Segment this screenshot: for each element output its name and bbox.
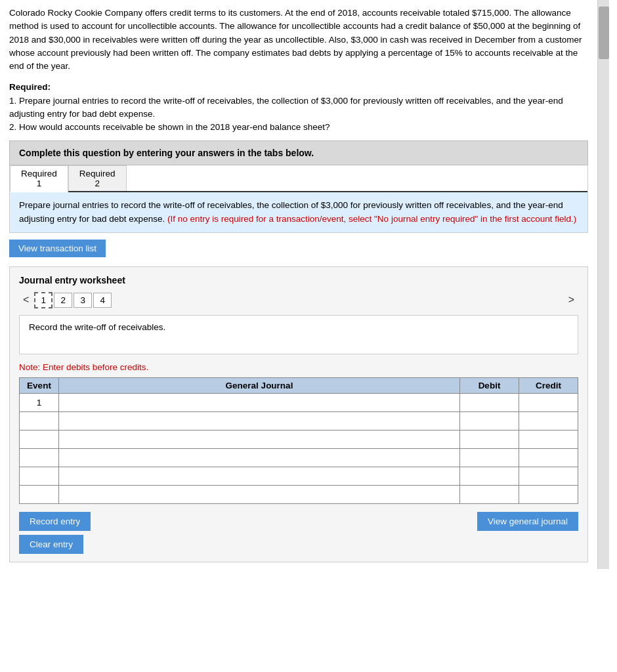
debit-input-5[interactable] bbox=[460, 486, 519, 503]
credit-input-1[interactable] bbox=[519, 412, 578, 430]
view-transaction-button[interactable]: View transaction list bbox=[9, 240, 106, 257]
scrollbar-thumb[interactable] bbox=[599, 7, 609, 59]
debit-input-2[interactable] bbox=[460, 430, 519, 448]
table-row bbox=[20, 448, 578, 467]
tab-2-label: Required bbox=[79, 169, 116, 178]
tabs-container: Required 1 Required 2 Prepare journal en… bbox=[9, 165, 588, 233]
journal-cell-3[interactable] bbox=[59, 448, 460, 467]
description-text: Record the write-off of receivables. bbox=[29, 322, 165, 332]
tab-required-1[interactable]: Required 1 bbox=[10, 165, 68, 192]
complete-box: Complete this question by entering your … bbox=[9, 140, 588, 165]
debit-input-1[interactable] bbox=[460, 412, 519, 430]
record-btn-row: Record entry bbox=[19, 512, 91, 531]
credit-cell-1[interactable] bbox=[519, 411, 578, 430]
required-item-1: 1. Prepare journal entries to record the… bbox=[9, 94, 588, 121]
debit-input-0[interactable] bbox=[460, 394, 519, 411]
journal-cell-2[interactable] bbox=[59, 430, 460, 448]
prev-arrow[interactable]: < bbox=[19, 293, 33, 307]
credit-input-3[interactable] bbox=[519, 449, 578, 467]
journal-cell-5[interactable] bbox=[59, 485, 460, 503]
journal-input-3[interactable] bbox=[59, 449, 459, 467]
description-box: Record the write-off of receivables. bbox=[19, 315, 578, 354]
event-cell-5 bbox=[20, 485, 59, 503]
credit-cell-0[interactable] bbox=[519, 393, 578, 411]
view-general-journal-button[interactable]: View general journal bbox=[477, 512, 578, 531]
scrollbar[interactable] bbox=[597, 0, 609, 569]
record-entry-button[interactable]: Record entry bbox=[19, 512, 91, 531]
debit-cell-5[interactable] bbox=[460, 485, 519, 503]
debit-input-3[interactable] bbox=[460, 449, 519, 467]
table-row bbox=[20, 411, 578, 430]
debit-cell-1[interactable] bbox=[460, 411, 519, 430]
credit-input-5[interactable] bbox=[519, 486, 578, 503]
complete-box-label: Complete this question by entering your … bbox=[19, 148, 314, 158]
step-btn-4[interactable]: 4 bbox=[93, 293, 112, 308]
journal-input-2[interactable] bbox=[59, 430, 459, 448]
tab-1-sublabel: 1 bbox=[21, 178, 57, 188]
nav-row: < 1 2 3 4 > bbox=[19, 292, 578, 308]
note-text: Note: Enter debits before credits. bbox=[19, 362, 578, 372]
debit-cell-0[interactable] bbox=[460, 393, 519, 411]
journal-cell-1[interactable] bbox=[59, 411, 460, 430]
tab-2-sublabel: 2 bbox=[79, 178, 116, 188]
left-buttons: Record entry Clear entry bbox=[19, 512, 91, 554]
tab-content: Prepare journal entries to record the wr… bbox=[10, 192, 587, 232]
problem-text: Colorado Rocky Cookie Company offers cre… bbox=[9, 7, 588, 73]
event-cell-4 bbox=[20, 467, 59, 485]
col-credit: Credit bbox=[519, 377, 578, 393]
event-cell-1 bbox=[20, 411, 59, 430]
table-row: 1 bbox=[20, 393, 578, 411]
table-row bbox=[20, 430, 578, 448]
journal-input-1[interactable] bbox=[59, 412, 459, 430]
step-btn-2[interactable]: 2 bbox=[54, 293, 72, 308]
next-arrow[interactable]: > bbox=[564, 293, 578, 307]
right-buttons: View general journal bbox=[477, 512, 578, 531]
credit-cell-4[interactable] bbox=[519, 467, 578, 485]
event-cell-3 bbox=[20, 448, 59, 467]
journal-cell-0[interactable] bbox=[59, 393, 460, 411]
table-row bbox=[20, 467, 578, 485]
col-general-journal: General Journal bbox=[59, 377, 460, 393]
credit-cell-2[interactable] bbox=[519, 430, 578, 448]
table-row bbox=[20, 485, 578, 503]
col-event: Event bbox=[20, 377, 59, 393]
tab-required-2[interactable]: Required 2 bbox=[68, 165, 127, 191]
debit-cell-2[interactable] bbox=[460, 430, 519, 448]
credit-cell-3[interactable] bbox=[519, 448, 578, 467]
journal-cell-4[interactable] bbox=[59, 467, 460, 485]
worksheet-title: Journal entry worksheet bbox=[19, 275, 578, 285]
journal-input-0[interactable] bbox=[59, 394, 459, 411]
required-section: Required: 1. Prepare journal entries to … bbox=[9, 81, 588, 134]
journal-table: Event General Journal Debit Credit 1 bbox=[19, 377, 578, 504]
step-btn-1[interactable]: 1 bbox=[34, 292, 53, 308]
journal-input-4[interactable] bbox=[59, 467, 459, 485]
tab-1-label: Required bbox=[21, 169, 57, 178]
required-item-2: 2. How would accounts receivable be show… bbox=[9, 121, 588, 134]
required-title: Required: bbox=[9, 82, 51, 92]
journal-input-5[interactable] bbox=[59, 486, 459, 503]
tab-red-text: (If no entry is required for a transacti… bbox=[167, 214, 576, 224]
clear-btn-row: Clear entry bbox=[19, 535, 91, 554]
step-btn-3[interactable]: 3 bbox=[74, 293, 92, 308]
journal-worksheet: Journal entry worksheet < 1 2 3 4 > Reco… bbox=[9, 266, 588, 562]
credit-input-2[interactable] bbox=[519, 430, 578, 448]
bottom-row: Record entry Clear entry View general jo… bbox=[19, 512, 578, 554]
event-cell-0: 1 bbox=[20, 393, 59, 411]
credit-input-4[interactable] bbox=[519, 467, 578, 485]
debit-cell-4[interactable] bbox=[460, 467, 519, 485]
debit-input-4[interactable] bbox=[460, 467, 519, 485]
col-debit: Debit bbox=[460, 377, 519, 393]
clear-entry-button[interactable]: Clear entry bbox=[19, 535, 83, 554]
credit-cell-5[interactable] bbox=[519, 485, 578, 503]
event-cell-2 bbox=[20, 430, 59, 448]
debit-cell-3[interactable] bbox=[460, 448, 519, 467]
tabs-row: Required 1 Required 2 bbox=[10, 165, 587, 192]
credit-input-0[interactable] bbox=[519, 394, 578, 411]
